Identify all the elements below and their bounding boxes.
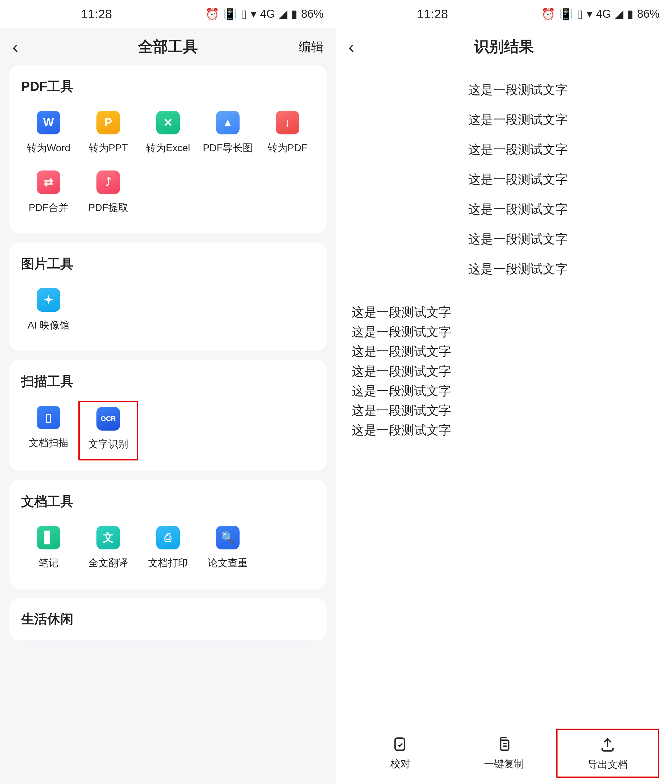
battery-icon: ▮ — [627, 8, 633, 20]
export-doc-button[interactable]: 导出文档 — [556, 729, 659, 778]
section-title: 生活休闲 — [19, 610, 317, 628]
status-icons: ⏰ 📳 ▯ ▾ 4G ◢ ▮ 86% — [541, 8, 660, 20]
vibrate-icon: 📳 — [223, 8, 237, 20]
status-time: 11:28 — [417, 7, 448, 21]
status-bar: 11:28 ⏰ 📳 ▯ ▾ 4G ◢ ▮ 86% — [336, 0, 672, 28]
back-icon[interactable]: ‹ — [348, 37, 367, 57]
ocr-line: 这是一段测试文字 — [352, 381, 656, 401]
section-title: 扫描工具 — [19, 373, 317, 390]
tool-translate[interactable]: 文 全文翻译 — [78, 520, 138, 579]
wifi-icon: ▾ — [251, 8, 257, 20]
image-icon: ▲ — [216, 111, 240, 134]
word-icon: W — [37, 111, 61, 134]
tool-pdf-merge[interactable]: ⇄ PDF合并 — [19, 164, 78, 224]
ocr-text-area[interactable]: 这是一段测试文字 这是一段测试文字 这是一段测试文字 这是一段测试文字 这是一段… — [336, 65, 672, 722]
ocr-line: 这是一段测试文字 — [380, 134, 656, 164]
signal-icon: ◢ — [615, 8, 624, 20]
sim-icon: ▯ — [577, 8, 583, 20]
tool-notes[interactable]: ▋ 笔记 — [19, 520, 78, 579]
alarm-icon: ⏰ — [205, 8, 219, 20]
ocr-line: 这是一段测试文字 — [352, 342, 656, 361]
scan-icon: ▯ — [37, 406, 61, 429]
nav-bar: ‹ 全部工具 编辑 — [0, 28, 336, 65]
ocr-line: 这是一段测试文字 — [380, 164, 656, 194]
page-title: 全部工具 — [138, 37, 198, 57]
tool-plagiarism-check[interactable]: 🔍 论文查重 — [198, 520, 258, 579]
ocr-line: 这是一段测试文字 — [380, 224, 656, 254]
sim-icon: ▯ — [241, 8, 247, 20]
ocr-line: 这是一段测试文字 — [380, 254, 656, 284]
status-bar: 11:28 ⏰ 📳 ▯ ▾ 4G ◢ ▮ 86% — [0, 0, 336, 28]
tool-to-excel[interactable]: ✕ 转为Excel — [138, 104, 198, 164]
ocr-text-block-centered: 这是一段测试文字 这是一段测试文字 这是一段测试文字 这是一段测试文字 这是一段… — [352, 75, 656, 284]
battery-label: 86% — [301, 8, 324, 20]
ocr-line: 这是一段测试文字 — [380, 194, 656, 224]
back-icon[interactable]: ‹ — [12, 37, 31, 57]
tool-doc-scan[interactable]: ▯ 文档扫描 — [19, 400, 78, 462]
svg-rect-1 — [501, 740, 509, 750]
svg-rect-0 — [395, 738, 404, 750]
search-doc-icon: 🔍 — [216, 526, 240, 549]
edit-button[interactable]: 编辑 — [299, 38, 324, 55]
battery-label: 86% — [637, 8, 660, 20]
vibrate-icon: 📳 — [559, 8, 573, 20]
proofread-icon — [392, 736, 409, 753]
screen-all-tools: 11:28 ⏰ 📳 ▯ ▾ 4G ◢ ▮ 86% ‹ 全部工具 编辑 PDF工具… — [0, 0, 336, 784]
tool-to-word[interactable]: W 转为Word — [19, 104, 78, 164]
ppt-icon: P — [96, 111, 120, 134]
screen-ocr-result: 11:28 ⏰ 📳 ▯ ▾ 4G ◢ ▮ 86% ‹ 识别结果 这是一段测试文字… — [336, 0, 672, 784]
ocr-line: 这是一段测试文字 — [352, 420, 656, 440]
section-scan-tools: 扫描工具 ▯ 文档扫描 OCR 文字识别 — [9, 360, 327, 471]
ocr-line: 这是一段测试文字 — [352, 322, 656, 342]
translate-icon: 文 — [96, 526, 120, 549]
tool-print[interactable]: ⎙ 文档打印 — [138, 520, 198, 579]
section-life-leisure: 生活休闲 — [9, 598, 327, 640]
note-icon: ▋ — [37, 526, 61, 549]
ai-icon: ✦ — [37, 288, 61, 312]
proofread-button[interactable]: 校对 — [349, 736, 452, 771]
network-label: 4G — [596, 8, 611, 20]
merge-icon: ⇄ — [37, 171, 61, 194]
page-title: 识别结果 — [474, 37, 534, 57]
status-time: 11:28 — [81, 7, 112, 21]
tool-to-ppt[interactable]: P 转为PPT — [78, 104, 138, 164]
bottom-action-bar: 校对 一键复制 导出文档 — [336, 722, 672, 784]
section-image-tools: 图片工具 ✦ AI 映像馆 — [9, 243, 327, 351]
tool-pdf-extract[interactable]: ⤴ PDF提取 — [78, 164, 138, 224]
ocr-line: 这是一段测试文字 — [352, 361, 656, 381]
section-doc-tools: 文档工具 ▋ 笔记 文 全文翻译 ⎙ 文档打印 🔍 论文查重 — [9, 481, 327, 589]
ocr-line: 这是一段测试文字 — [352, 401, 656, 420]
ocr-icon: OCR — [96, 407, 120, 431]
ocr-text-block-left: 这是一段测试文字 这是一段测试文字 这是一段测试文字 这是一段测试文字 这是一段… — [352, 302, 656, 440]
section-title: 图片工具 — [19, 255, 317, 272]
pdf-icon: ↓ — [275, 111, 299, 134]
tools-scroll[interactable]: PDF工具 W 转为Word P 转为PPT ✕ 转为Excel ▲ PDF导长… — [0, 65, 336, 784]
network-label: 4G — [260, 8, 275, 20]
excel-icon: ✕ — [156, 111, 180, 134]
print-icon: ⎙ — [156, 526, 180, 549]
section-title: 文档工具 — [19, 493, 317, 510]
tool-ai-gallery[interactable]: ✦ AI 映像馆 — [19, 282, 78, 342]
copy-all-button[interactable]: 一键复制 — [453, 736, 555, 771]
alarm-icon: ⏰ — [541, 8, 555, 20]
section-pdf-tools: PDF工具 W 转为Word P 转为PPT ✕ 转为Excel ▲ PDF导长… — [9, 65, 327, 233]
ocr-line: 这是一段测试文字 — [380, 75, 656, 104]
export-icon — [599, 736, 616, 753]
tool-to-pdf[interactable]: ↓ 转为PDF — [258, 104, 317, 164]
status-icons: ⏰ 📳 ▯ ▾ 4G ◢ ▮ 86% — [205, 8, 324, 20]
battery-icon: ▮ — [291, 8, 297, 20]
tool-pdf-long-image[interactable]: ▲ PDF导长图 — [198, 104, 258, 164]
copy-icon — [495, 736, 513, 753]
wifi-icon: ▾ — [587, 8, 593, 20]
extract-icon: ⤴ — [96, 171, 120, 194]
nav-bar: ‹ 识别结果 — [336, 28, 672, 65]
ocr-line: 这是一段测试文字 — [380, 104, 656, 134]
ocr-line: 这是一段测试文字 — [352, 302, 656, 322]
signal-icon: ◢ — [279, 8, 288, 20]
section-title: PDF工具 — [19, 78, 317, 95]
tool-ocr[interactable]: OCR 文字识别 — [78, 401, 138, 460]
